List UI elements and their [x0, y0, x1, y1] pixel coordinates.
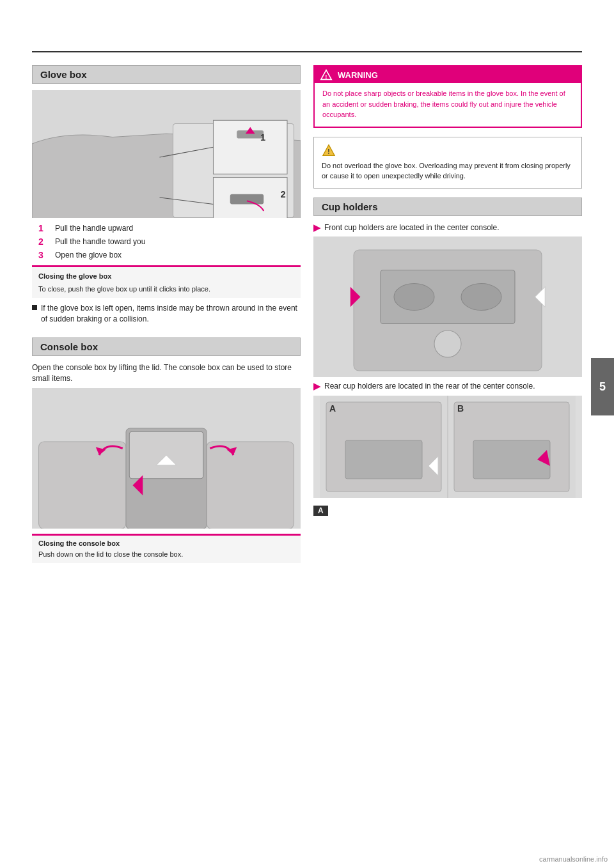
step-2: 2 Pull the handle toward you [38, 236, 301, 247]
step-2-text: Pull the handle toward you [55, 236, 145, 247]
warning-title: WARNING [338, 70, 378, 80]
console-note-box: Closing the console box Push down on the… [32, 534, 301, 564]
glove-closing-note: Closing the glove box To close, push the… [32, 265, 301, 298]
glove-note-title: Closing the glove box [38, 271, 294, 282]
svg-rect-14 [207, 442, 294, 529]
glove-box-steps: 1 Pull the handle upward 2 Pull the hand… [38, 223, 301, 260]
cup-holders-section: Cup holders ▶ Front cup holders are loca… [313, 198, 582, 516]
caution-triangle-icon: ! [322, 144, 336, 157]
svg-rect-7 [230, 194, 264, 205]
svg-point-28 [394, 284, 434, 311]
console-box-title: Console box [40, 341, 98, 352]
glove-box-diagram: 1 2 3 [32, 90, 301, 218]
glove-note-text: To close, push the glove box up until it… [38, 284, 294, 295]
console-svg [32, 388, 301, 529]
console-section: Console box Open the console box by lift… [32, 337, 301, 563]
top-rule [32, 51, 582, 52]
arrow-bullet-2: ▶ [313, 381, 320, 391]
svg-text:B: B [457, 403, 464, 414]
cup-diagram-1 [313, 236, 582, 377]
svg-point-29 [461, 284, 501, 311]
section-tab: 5 [591, 358, 614, 415]
cup-text-1: Front cup holders are located in the cen… [324, 222, 500, 233]
cup-diagram1-svg [313, 236, 582, 377]
caution-text: Do not overload the glove box. Overloadi… [322, 160, 574, 182]
caution-box: ! Do not overload the glove box. Overloa… [313, 137, 582, 189]
svg-rect-36 [345, 440, 422, 479]
cup-diagram-2: A B [313, 396, 582, 498]
arrow-bullet-1: ▶ [313, 222, 320, 233]
svg-text:2: 2 [281, 189, 286, 199]
glove-extra-bullet: If the glove box is left open, items ins… [41, 303, 301, 325]
cup-text-2: Rear cup holders are located in the rear… [324, 381, 535, 392]
left-column: Glove box 1 [32, 65, 301, 568]
main-content: Glove box 1 [0, 65, 614, 568]
glove-box-svg: 1 2 3 [32, 90, 301, 218]
svg-text:!: ! [325, 73, 327, 80]
console-diagram [32, 388, 301, 529]
cup-holders-title: Cup holders [322, 201, 378, 212]
warning-box: ! WARNING Do not place sharp objects or … [313, 65, 582, 128]
right-column: ! WARNING Do not place sharp objects or … [313, 65, 582, 568]
step-3-text: Open the glove box [55, 250, 122, 261]
cup-arrow-row-1: ▶ Front cup holders are located in the c… [313, 222, 582, 233]
step-1: 1 Pull the handle upward [38, 223, 301, 234]
step-1-text: Pull the handle upward [55, 223, 133, 234]
console-box-header: Console box [32, 337, 301, 356]
bullet-icon [32, 305, 37, 310]
console-note-text: Push down on the lid to close the consol… [38, 549, 294, 560]
glove-box-title: Glove box [40, 69, 87, 80]
watermark: carmanualsonline.info [539, 855, 608, 863]
section-number: 5 [599, 380, 606, 394]
label-a-badge: A [313, 506, 328, 516]
watermark-text: carmanualsonline.info [539, 855, 608, 863]
label-a-container: A [313, 502, 582, 516]
warning-triangle-icon: ! [320, 69, 333, 81]
svg-rect-13 [39, 442, 127, 529]
warning-header: ! WARNING [315, 66, 581, 83]
warning-text: Do not place sharp objects or breakable … [322, 88, 573, 120]
svg-text:A: A [329, 403, 336, 414]
glove-box-header: Glove box [32, 65, 301, 84]
caution-header: ! [322, 144, 574, 157]
cup-diagram2-svg: A B [313, 396, 582, 498]
console-text-row: Open the console box by lifting the lid.… [32, 362, 301, 384]
svg-text:!: ! [327, 148, 329, 155]
step-3: 3 Open the glove box [38, 250, 301, 261]
console-text: Open the console box by lifting the lid.… [32, 362, 301, 384]
glove-extra-bullet-row: If the glove box is left open, items ins… [32, 303, 301, 325]
cup-holders-header: Cup holders [313, 198, 582, 216]
cup-arrow-row-2: ▶ Rear cup holders are located in the re… [313, 381, 582, 392]
console-note-title: Closing the console box [38, 539, 294, 547]
svg-point-30 [434, 330, 461, 357]
svg-text:1: 1 [260, 132, 265, 143]
page-container: 5 Glove box [0, 0, 614, 868]
